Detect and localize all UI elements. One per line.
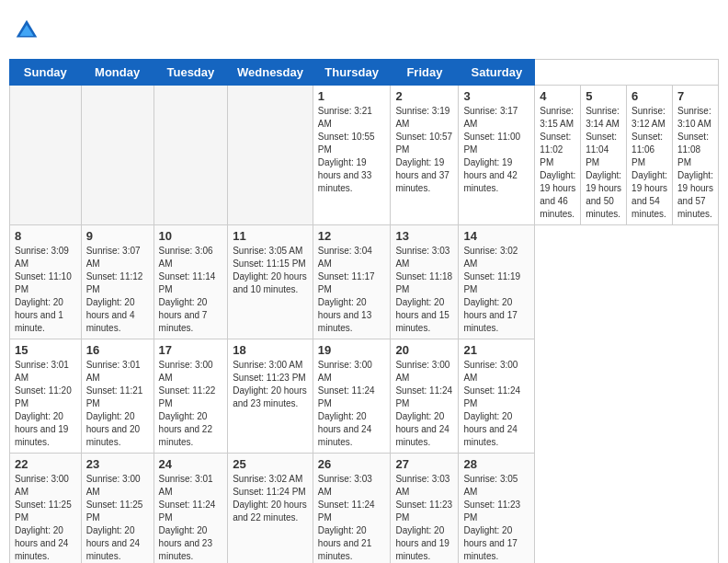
day-info: Sunrise: 3:01 AMSunset: 11:24 PMDaylight… [159, 473, 223, 563]
day-of-week-wednesday: Wednesday [228, 60, 313, 86]
calendar-header-row: SundayMondayTuesdayWednesdayThursdayFrid… [10, 60, 719, 86]
day-number: 17 [159, 343, 223, 357]
day-info: Sunrise: 3:19 AMSunset: 10:57 PMDaylight… [395, 105, 453, 195]
day-number: 12 [318, 229, 386, 243]
day-number: 27 [395, 457, 453, 471]
day-info: Sunrise: 3:17 AMSunset: 11:00 PMDaylight… [463, 105, 529, 195]
day-info: Sunrise: 3:02 AMSunset: 11:24 PMDaylight… [233, 473, 308, 524]
day-number: 13 [395, 229, 453, 243]
calendar-cell [10, 86, 82, 225]
calendar-cell: 25Sunrise: 3:02 AMSunset: 11:24 PMDaylig… [228, 454, 313, 564]
day-info: Sunrise: 3:00 AMSunset: 11:25 PMDaylight… [86, 473, 149, 563]
day-info: Sunrise: 3:00 AMSunset: 11:24 PMDaylight… [318, 359, 386, 449]
calendar-cell [228, 86, 313, 225]
calendar-cell [81, 86, 154, 225]
calendar-cell: 19Sunrise: 3:00 AMSunset: 11:24 PMDaylig… [313, 339, 391, 454]
day-of-week-tuesday: Tuesday [154, 60, 228, 86]
calendar-cell [154, 86, 228, 225]
day-info: Sunrise: 3:14 AMSunset: 11:04 PMDaylight… [586, 105, 621, 221]
day-info: Sunrise: 3:00 AMSunset: 11:24 PMDaylight… [463, 359, 529, 449]
logo-icon [13, 17, 40, 44]
day-number: 2 [395, 89, 453, 103]
day-info: Sunrise: 3:10 AMSunset: 11:08 PMDaylight… [677, 105, 713, 221]
calendar-cell: 21Sunrise: 3:00 AMSunset: 11:24 PMDaylig… [459, 339, 535, 454]
calendar-cell: 1Sunrise: 3:21 AMSunset: 10:55 PMDayligh… [313, 86, 391, 225]
day-info: Sunrise: 3:00 AMSunset: 11:23 PMDaylight… [233, 359, 308, 410]
day-info: Sunrise: 3:21 AMSunset: 10:55 PMDaylight… [318, 105, 386, 195]
day-number: 24 [159, 457, 223, 471]
calendar-cell: 11Sunrise: 3:05 AMSunset: 11:15 PMDaylig… [228, 225, 313, 339]
day-info: Sunrise: 3:05 AMSunset: 11:15 PMDaylight… [233, 245, 308, 296]
day-number: 4 [540, 89, 575, 103]
calendar-cell: 7Sunrise: 3:10 AMSunset: 11:08 PMDayligh… [673, 86, 719, 225]
day-number: 14 [463, 229, 529, 243]
day-info: Sunrise: 3:03 AMSunset: 11:24 PMDaylight… [318, 473, 386, 563]
day-of-week-thursday: Thursday [313, 60, 391, 86]
day-number: 28 [463, 457, 529, 471]
day-number: 15 [15, 343, 76, 357]
calendar-cell: 3Sunrise: 3:17 AMSunset: 11:00 PMDayligh… [459, 86, 535, 225]
day-number: 22 [15, 457, 76, 471]
day-number: 7 [677, 89, 713, 103]
calendar-cell: 6Sunrise: 3:12 AMSunset: 11:06 PMDayligh… [627, 86, 673, 225]
day-number: 3 [463, 89, 529, 103]
day-info: Sunrise: 3:06 AMSunset: 11:14 PMDaylight… [159, 245, 223, 335]
calendar-cell: 9Sunrise: 3:07 AMSunset: 11:12 PMDayligh… [81, 225, 154, 339]
calendar-cell: 27Sunrise: 3:03 AMSunset: 11:23 PMDaylig… [391, 454, 459, 564]
day-info: Sunrise: 3:01 AMSunset: 11:21 PMDaylight… [86, 359, 149, 449]
calendar-week-row: 22Sunrise: 3:00 AMSunset: 11:25 PMDaylig… [10, 454, 719, 564]
day-info: Sunrise: 3:00 AMSunset: 11:22 PMDaylight… [159, 359, 223, 449]
calendar-week-row: 15Sunrise: 3:01 AMSunset: 11:20 PMDaylig… [10, 339, 719, 454]
day-number: 5 [586, 89, 621, 103]
calendar-cell: 12Sunrise: 3:04 AMSunset: 11:17 PMDaylig… [313, 225, 391, 339]
day-info: Sunrise: 3:00 AMSunset: 11:24 PMDaylight… [395, 359, 453, 449]
day-number: 6 [631, 89, 667, 103]
day-number: 23 [86, 457, 149, 471]
day-number: 18 [233, 343, 308, 357]
day-number: 25 [233, 457, 308, 471]
calendar-cell: 5Sunrise: 3:14 AMSunset: 11:04 PMDayligh… [581, 86, 627, 225]
day-info: Sunrise: 3:03 AMSunset: 11:23 PMDaylight… [395, 473, 453, 563]
day-of-week-friday: Friday [391, 60, 459, 86]
calendar-cell: 15Sunrise: 3:01 AMSunset: 11:20 PMDaylig… [10, 339, 82, 454]
day-info: Sunrise: 3:00 AMSunset: 11:25 PMDaylight… [15, 473, 76, 563]
day-info: Sunrise: 3:03 AMSunset: 11:18 PMDaylight… [395, 245, 453, 335]
day-number: 9 [86, 229, 149, 243]
calendar-cell: 10Sunrise: 3:06 AMSunset: 11:14 PMDaylig… [154, 225, 228, 339]
day-info: Sunrise: 3:04 AMSunset: 11:17 PMDaylight… [318, 245, 386, 335]
calendar-cell: 17Sunrise: 3:00 AMSunset: 11:22 PMDaylig… [154, 339, 228, 454]
calendar-cell: 22Sunrise: 3:00 AMSunset: 11:25 PMDaylig… [10, 454, 82, 564]
calendar-cell: 18Sunrise: 3:00 AMSunset: 11:23 PMDaylig… [228, 339, 313, 454]
calendar-cell: 2Sunrise: 3:19 AMSunset: 10:57 PMDayligh… [391, 86, 459, 225]
calendar-week-row: 1Sunrise: 3:21 AMSunset: 10:55 PMDayligh… [10, 86, 719, 225]
calendar-cell: 23Sunrise: 3:00 AMSunset: 11:25 PMDaylig… [81, 454, 154, 564]
day-number: 20 [395, 343, 453, 357]
day-info: Sunrise: 3:05 AMSunset: 11:23 PMDaylight… [463, 473, 529, 563]
day-number: 1 [318, 89, 386, 103]
calendar-week-row: 8Sunrise: 3:09 AMSunset: 11:10 PMDayligh… [10, 225, 719, 339]
day-number: 19 [318, 343, 386, 357]
calendar-cell: 20Sunrise: 3:00 AMSunset: 11:24 PMDaylig… [391, 339, 459, 454]
calendar-cell: 14Sunrise: 3:02 AMSunset: 11:19 PMDaylig… [459, 225, 535, 339]
day-number: 26 [318, 457, 386, 471]
calendar-cell: 4Sunrise: 3:15 AMSunset: 11:02 PMDayligh… [535, 86, 581, 225]
day-info: Sunrise: 3:01 AMSunset: 11:20 PMDaylight… [15, 359, 76, 449]
day-info: Sunrise: 3:09 AMSunset: 11:10 PMDaylight… [15, 245, 76, 335]
day-of-week-saturday: Saturday [459, 60, 535, 86]
day-number: 16 [86, 343, 149, 357]
day-number: 11 [233, 229, 308, 243]
day-of-week-monday: Monday [81, 60, 154, 86]
day-number: 10 [159, 229, 223, 243]
day-of-week-sunday: Sunday [10, 60, 82, 86]
calendar-cell: 16Sunrise: 3:01 AMSunset: 11:21 PMDaylig… [81, 339, 154, 454]
day-info: Sunrise: 3:02 AMSunset: 11:19 PMDaylight… [463, 245, 529, 335]
day-info: Sunrise: 3:15 AMSunset: 11:02 PMDaylight… [540, 105, 575, 221]
day-number: 21 [463, 343, 529, 357]
day-number: 8 [15, 229, 76, 243]
calendar-cell: 8Sunrise: 3:09 AMSunset: 11:10 PMDayligh… [10, 225, 82, 339]
calendar: SundayMondayTuesdayWednesdayThursdayFrid… [9, 59, 719, 563]
logo [13, 17, 44, 44]
day-info: Sunrise: 3:12 AMSunset: 11:06 PMDaylight… [631, 105, 667, 221]
calendar-cell: 13Sunrise: 3:03 AMSunset: 11:18 PMDaylig… [391, 225, 459, 339]
header [9, 9, 719, 52]
